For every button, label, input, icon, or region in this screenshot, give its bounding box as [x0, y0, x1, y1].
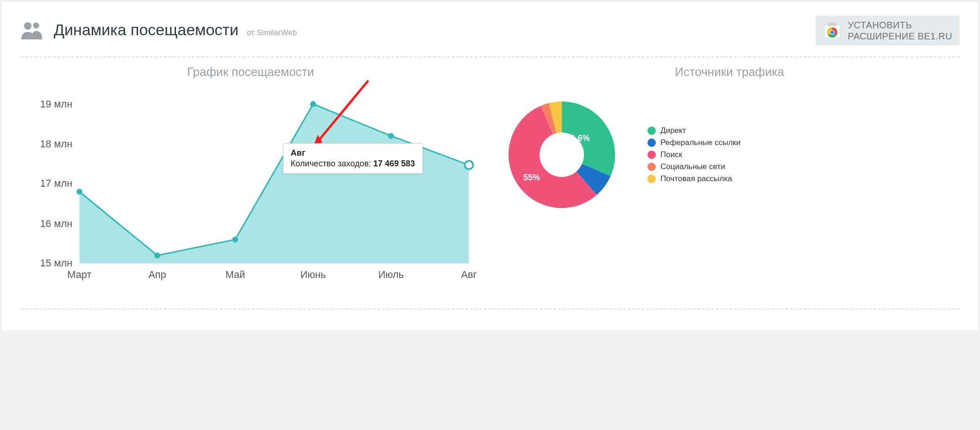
- legend-dot: [647, 175, 656, 183]
- data-point[interactable]: [388, 133, 394, 139]
- tooltip-label: Количество заходов:: [291, 159, 373, 168]
- x-tick-label: Июнь: [301, 269, 326, 280]
- banner-line1: УСТАНОВИТЬ: [848, 19, 953, 31]
- legend-item[interactable]: Реферальные ссылки: [647, 138, 741, 147]
- y-tick-label: 18 млн: [40, 138, 73, 150]
- data-point[interactable]: [154, 253, 160, 259]
- slice-label-direct: 31,6%: [566, 133, 590, 143]
- legend-dot: [647, 139, 656, 147]
- banner-text: УСТАНОВИТЬ РАСШИРЕНИЕ BE1.RU: [848, 19, 953, 42]
- data-point[interactable]: [310, 101, 316, 107]
- slice-label-search: 55%: [523, 173, 540, 182]
- y-tick-label: 15 млн: [40, 257, 73, 269]
- banner-line2: РАСШИРЕНИЕ BE1.RU: [848, 31, 953, 42]
- charts-row: График посещаемости 15 млн 16 млн 17 млн…: [20, 60, 960, 289]
- svg-rect-3: [828, 22, 837, 26]
- x-tick-label: Июль: [378, 269, 404, 280]
- header: Динамика посещаемости от SimilarWeb УСТА…: [20, 16, 960, 45]
- x-tick-label: Март: [68, 269, 92, 280]
- line-chart-wrap: 15 млн 16 млн 17 млн 18 млн 19 млн: [20, 92, 481, 289]
- legend-label: Почтовая рассылка: [660, 174, 732, 183]
- data-point-active[interactable]: [465, 161, 473, 169]
- users-icon: [20, 21, 44, 40]
- y-tick-label: 16 млн: [40, 218, 73, 229]
- chrome-extension-icon: [823, 21, 842, 40]
- analytics-card: Динамика посещаемости от SimilarWeb УСТА…: [2, 2, 978, 330]
- page-title: Динамика посещаемости: [54, 21, 239, 39]
- x-tick-label: Май: [226, 269, 245, 280]
- donut-panel: Источники трафика 31,6% 55% Директ Рефер…: [499, 65, 960, 217]
- x-tick-label: Авг: [461, 269, 477, 280]
- tooltip-line: Количество заходов: 17 469 583: [291, 159, 415, 169]
- install-extension-banner[interactable]: УСТАНОВИТЬ РАСШИРЕНИЕ BE1.RU: [816, 16, 960, 45]
- data-point[interactable]: [76, 189, 82, 195]
- svg-point-6: [830, 31, 834, 34]
- legend-item[interactable]: Почтовая рассылка: [647, 174, 741, 183]
- legend-item[interactable]: Директ: [647, 126, 741, 135]
- tooltip-month: Авг: [291, 148, 415, 158]
- donut-legend: Директ Реферальные ссылки Поиск Социальн…: [647, 126, 741, 183]
- svg-point-0: [24, 22, 31, 30]
- line-chart-panel: График посещаемости 15 млн 16 млн 17 млн…: [20, 65, 481, 289]
- x-tick-label: Апр: [149, 269, 166, 280]
- legend-label: Директ: [660, 126, 686, 135]
- legend-label: Реферальные ссылки: [660, 138, 741, 147]
- donut-chart[interactable]: 31,6% 55%: [499, 92, 624, 217]
- legend-dot: [647, 163, 656, 171]
- legend-label: Поиск: [660, 150, 682, 159]
- data-point[interactable]: [232, 237, 238, 243]
- donut-chart-title: Источники трафика: [499, 65, 960, 79]
- line-chart[interactable]: 15 млн 16 млн 17 млн 18 млн 19 млн: [20, 92, 481, 287]
- separator: [20, 57, 960, 57]
- legend-item[interactable]: Поиск: [647, 150, 741, 159]
- page-subtitle: от SimilarWeb: [247, 28, 297, 38]
- legend-label: Социальные сети: [660, 162, 725, 171]
- legend-item[interactable]: Социальные сети: [647, 162, 741, 171]
- y-tick-label: 19 млн: [40, 98, 73, 110]
- line-chart-title: График посещаемости: [20, 65, 481, 79]
- legend-dot: [647, 151, 656, 159]
- donut-row: 31,6% 55% Директ Реферальные ссылки Поис…: [499, 92, 960, 217]
- legend-dot: [647, 126, 656, 135]
- chart-tooltip: Авг Количество заходов: 17 469 583: [283, 143, 423, 174]
- header-left: Динамика посещаемости от SimilarWeb: [20, 21, 297, 40]
- tooltip-value: 17 469 583: [373, 159, 415, 168]
- svg-point-1: [33, 23, 39, 29]
- separator: [20, 309, 960, 310]
- y-tick-label: 17 млн: [40, 177, 73, 189]
